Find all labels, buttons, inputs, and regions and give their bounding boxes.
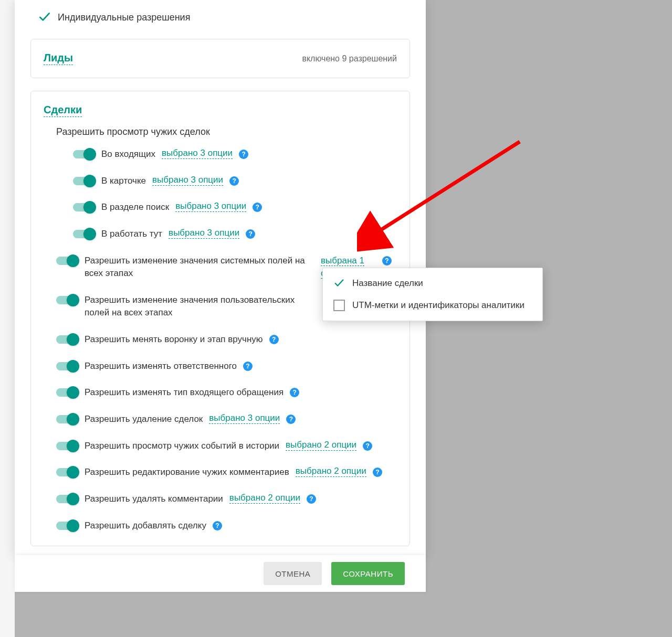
options-popup: Название сделки UTM-метки и идентификато… — [322, 268, 543, 321]
permission-row: В работать тутвыбрано 3 опции? — [73, 228, 397, 241]
help-icon[interactable]: ? — [373, 468, 382, 477]
toggle-switch[interactable] — [56, 442, 78, 450]
toggle-switch[interactable] — [56, 415, 78, 423]
permission-row: Во входящихвыбрано 3 опции? — [73, 148, 397, 161]
options-link[interactable]: выбрано 3 опции — [152, 175, 223, 186]
permission-row: Разрешить редактирование чужих комментар… — [56, 466, 397, 479]
permission-label: Разрешить просмотр чужих событий в истор… — [85, 440, 279, 453]
help-icon[interactable]: ? — [307, 494, 316, 504]
permission-label: Разрешить изменять ответственного — [85, 360, 237, 373]
toggle-switch[interactable] — [56, 362, 78, 370]
deals-view-rows: Во входящихвыбрано 3 опции?В карточкевыб… — [73, 148, 397, 241]
permission-row: Разрешить менять воронку и этап вручную? — [56, 333, 397, 346]
help-icon[interactable]: ? — [213, 521, 222, 530]
popup-option-label: UTM-метки и идентификаторы аналитики — [352, 300, 524, 311]
toggle-switch[interactable] — [56, 296, 78, 304]
permission-row: В разделе поисквыбрано 3 опции? — [73, 201, 397, 214]
permission-label: Разрешить изменять тип входящего обращен… — [85, 386, 284, 399]
toggle-switch[interactable] — [56, 468, 78, 476]
options-link[interactable]: выбрано 2 опции — [229, 493, 300, 504]
permission-label: Разрешить редактирование чужих комментар… — [85, 466, 289, 479]
options-link[interactable]: выбрано 3 опции — [209, 413, 280, 424]
popup-option-utm[interactable]: UTM-метки и идентификаторы аналитики — [323, 294, 542, 316]
permission-row: Разрешить добавлять сделку? — [56, 519, 397, 533]
permission-row: Разрешить просмотр чужих событий в истор… — [56, 440, 397, 453]
leads-count: включено 9 разрешений — [302, 54, 397, 63]
permission-row: Разрешить изменять ответственного? — [56, 360, 397, 373]
modal-footer: ОТМЕНА СОХРАНИТЬ — [15, 555, 426, 592]
toggle-switch[interactable] — [56, 388, 78, 397]
deals-view-section-title: Разрешить просмотр чужих сделок — [56, 126, 397, 137]
options-link[interactable]: выбрано 2 опции — [296, 466, 366, 477]
help-icon[interactable]: ? — [269, 335, 279, 344]
deals-title[interactable]: Сделки — [44, 104, 82, 117]
permission-label: Разрешить удалять комментарии — [85, 493, 223, 506]
popup-option-deal-name[interactable]: Название сделки — [323, 272, 542, 294]
toggle-switch[interactable] — [56, 522, 78, 530]
toggle-switch[interactable] — [73, 203, 95, 211]
modal-header: Индивидуальные разрешения — [15, 0, 426, 39]
permission-label: Разрешить менять воронку и этап вручную — [85, 333, 263, 346]
checkbox-empty-icon — [333, 300, 345, 311]
permission-row: Разрешить удалять комментариивыбрано 2 о… — [56, 493, 397, 506]
toggle-switch[interactable] — [73, 177, 95, 185]
check-icon — [333, 278, 345, 289]
popup-option-label: Название сделки — [352, 278, 423, 289]
toggle-switch[interactable] — [56, 257, 78, 265]
help-icon[interactable]: ? — [363, 441, 372, 451]
permission-label: Разрешить удаление сделок — [85, 413, 203, 426]
save-button[interactable]: СОХРАНИТЬ — [331, 562, 405, 585]
toggle-switch[interactable] — [73, 230, 95, 238]
toggle-switch[interactable] — [56, 335, 78, 344]
leads-title[interactable]: Лиды — [44, 52, 73, 65]
permission-row: Разрешить удаление сделоквыбрано 3 опции… — [56, 413, 397, 426]
help-icon[interactable]: ? — [246, 229, 255, 239]
help-icon[interactable]: ? — [229, 176, 239, 186]
leads-card[interactable]: Лиды включено 9 разрешений — [30, 39, 410, 78]
check-icon — [38, 10, 51, 24]
help-icon[interactable]: ? — [239, 150, 248, 159]
help-icon[interactable]: ? — [382, 256, 392, 266]
permission-label: В карточке — [101, 175, 146, 188]
permission-label: Разрешить добавлять сделку — [85, 519, 206, 533]
modal-title: Индивидуальные разрешения — [58, 12, 190, 23]
permission-label: В работать тут — [101, 228, 162, 241]
help-icon[interactable]: ? — [290, 388, 299, 397]
toggle-switch[interactable] — [73, 150, 95, 158]
background-page — [0, 0, 15, 637]
toggle-switch[interactable] — [56, 495, 78, 503]
permission-label: Во входящих — [101, 148, 155, 161]
cancel-button[interactable]: ОТМЕНА — [264, 562, 322, 585]
permission-label: В разделе поиск — [101, 201, 169, 214]
permission-row: Разрешить изменять тип входящего обращен… — [56, 386, 397, 399]
permission-label: Разрешить изменение значения системных п… — [85, 254, 305, 280]
permission-label: Разрешить изменение значения пользовател… — [85, 294, 305, 320]
help-icon[interactable]: ? — [253, 203, 262, 212]
help-icon[interactable]: ? — [286, 415, 296, 424]
options-link[interactable]: выбрано 2 опции — [286, 440, 356, 451]
options-link[interactable]: выбрано 3 опции — [175, 201, 246, 212]
options-link[interactable]: выбрано 3 опции — [162, 148, 233, 159]
options-link[interactable]: выбрано 3 опции — [169, 228, 239, 239]
help-icon[interactable]: ? — [243, 362, 253, 371]
permission-row: В карточкевыбрано 3 опции? — [73, 175, 397, 188]
